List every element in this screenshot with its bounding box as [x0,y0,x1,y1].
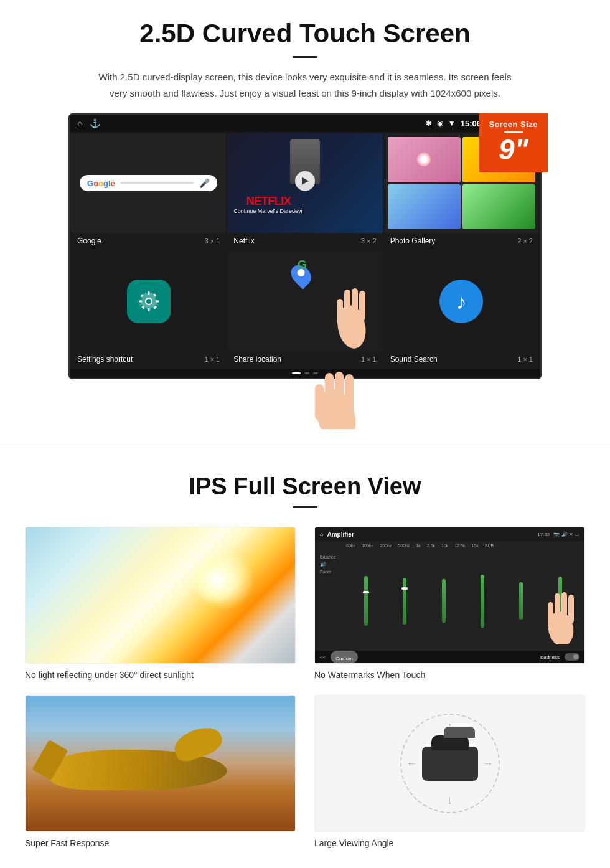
section-curved-screen: 2.5D Curved Touch Screen With 2.5D curve… [0,0,610,392]
feature-sunlight: No light reflecting under 360° direct su… [25,527,296,680]
netflix-label-row: Netflix 3 × 2 [227,233,382,249]
feature-cheetah: Super Fast Response [25,695,296,848]
google-widget[interactable]: Google 🎤 [71,133,226,233]
svg-rect-20 [315,384,324,420]
gallery-thumb-4 [462,184,535,230]
sunlight-gradient [26,527,295,663]
eq-bar-4 [481,575,484,628]
custom-button[interactable]: Custom [331,651,358,663]
netflix-logo-area: NETFLIX Continue Marvel's Daredevil [233,195,303,214]
gallery-thumb-3 [388,184,461,230]
amp-side-labels: Balance 🔊 Fader [320,545,345,647]
eq-handle-1 [363,591,369,593]
feature-amplifier: ⌂ Amplifier 17:33 📷 🔊 ✕ ▭ 60hz 100hz 200… [314,527,585,680]
amp-time: 17:33 [537,532,550,537]
home-icon[interactable]: ⌂ [77,118,82,128]
hand-svg [274,367,398,429]
cheetah-body [49,750,232,790]
sound-search-label-row: Sound Search 1 × 1 [384,351,539,367]
gallery-thumb-1 [388,137,461,182]
sound-search-size: 1 × 1 [517,356,533,363]
amp-bottom: << Custom loudness [315,651,584,663]
section1-title: 2.5D Curved Touch Screen [25,19,585,49]
svg-rect-18 [335,372,344,414]
svg-rect-15 [337,299,343,325]
hand-pointer [327,277,377,351]
sound-icon-bg: ♪ [439,280,483,323]
status-bar-left: ⌂ ⚓ [77,118,100,128]
svg-rect-3 [148,291,149,295]
svg-rect-23 [561,592,567,623]
feature-grid: No light reflecting under 360° direct su… [25,527,585,848]
google-search-bar[interactable]: Google 🎤 [80,175,217,191]
settings-label: Settings shortcut [77,355,133,364]
section2-underline [293,506,317,508]
arrow-right: → [482,757,494,770]
hand-extension [0,367,610,429]
amp-hand [539,588,583,647]
google-size: 3 × 1 [205,237,220,245]
car-roof [431,735,469,750]
maps-icon: G [289,264,316,291]
play-button[interactable] [295,171,315,191]
section2-title: IPS Full Screen View [25,473,585,500]
status-time: 15:06 [461,119,481,128]
netflix-widget[interactable]: NETFLIX Continue Marvel's Daredevil [227,133,382,233]
svg-rect-25 [548,602,553,628]
section1-description: With 2.5D curved-display screen, this de… [93,69,517,101]
google-label-row: Google 3 × 1 [71,233,226,249]
svg-rect-24 [568,595,574,623]
sound-search-label: Sound Search [390,355,438,364]
svg-rect-13 [352,288,358,321]
share-location-label: Share location [233,355,281,364]
amp-title-text: Amplifier [327,531,354,538]
car-window [444,727,475,738]
eq-bars [347,545,580,647]
amp-home-icon: ⌂ [320,531,323,537]
gallery-label: Photo Gallery [390,237,436,245]
sunlight-label: No light reflecting under 360° direct su… [25,670,296,680]
app-grid-row2: Settings shortcut 1 × 1 G [70,250,540,369]
maps-g-letter: G [298,258,307,272]
share-location-label-row: Share location 1 × 1 [227,351,382,367]
eq-bar-5 [519,582,523,620]
netflix-brand: NETFLIX [233,195,303,208]
toggle-knob [573,654,578,659]
music-note-icon: ♪ [456,290,467,314]
netflix-subtitle: Continue Marvel's Daredevil [233,208,303,214]
sunlight-image [25,527,296,664]
badge-size: 9" [489,135,538,164]
netflix-widget-container: NETFLIX Continue Marvel's Daredevil Netf… [227,133,382,249]
svg-rect-17 [325,373,334,413]
share-location-size: 1 × 1 [361,356,377,363]
badge-line [504,131,523,133]
screen-size-badge: Screen Size 9" [479,113,548,172]
settings-icon-bg [127,280,171,323]
eq-handle-2 [401,587,408,590]
cheetah-image [25,695,296,832]
svg-rect-22 [555,593,560,623]
app-grid-row1: Google 🎤 Google 3 × 1 [70,132,540,250]
eq-bar-2 [403,578,406,625]
amp-icons: 📷 🔊 ✕ ▭ [553,532,580,537]
section-ips: IPS Full Screen View No light reflecting… [0,467,610,867]
google-widget-container: Google 🎤 Google 3 × 1 [71,133,226,249]
eq-bar-3 [442,579,446,623]
share-location-widget-container: G [227,252,382,367]
mic-icon[interactable]: 🎤 [199,178,210,188]
sound-search-widget[interactable]: ♪ [384,252,539,351]
fast-response-label: Super Fast Response [25,838,296,848]
svg-rect-19 [345,374,354,414]
loudness-toggle[interactable] [565,653,580,661]
wifi-icon: ▼ [448,119,456,128]
sun-glare [192,548,255,610]
settings-label-row: Settings shortcut 1 × 1 [71,351,226,367]
gallery-label-row: Photo Gallery 2 × 2 [384,233,539,249]
title-underline [293,56,317,58]
settings-widget[interactable] [71,252,226,351]
play-triangle [302,177,309,185]
settings-widget-container: Settings shortcut 1 × 1 [71,252,226,367]
location-icon: ◉ [437,119,443,128]
share-location-widget[interactable]: G [227,252,382,351]
svg-point-2 [146,299,151,304]
